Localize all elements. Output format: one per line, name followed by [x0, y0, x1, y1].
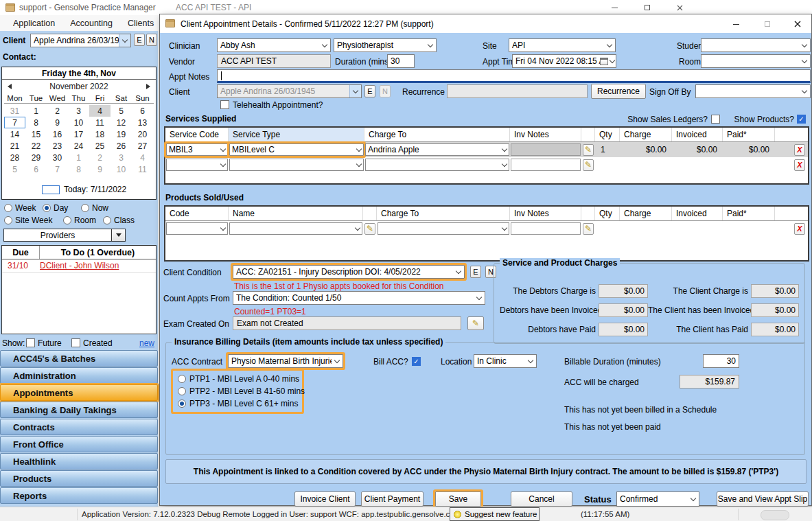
- student-combo[interactable]: [701, 38, 811, 52]
- calendar-date[interactable]: 25: [89, 140, 111, 152]
- calendar-date[interactable]: 3: [111, 152, 132, 163]
- mbi-option-ptp1[interactable]: PTP1 - MBI Level A 0-40 mins: [178, 374, 299, 384]
- calendar-date[interactable]: 3: [68, 105, 89, 117]
- calendar-date[interactable]: 24: [68, 140, 89, 152]
- edit-product-icon[interactable]: [364, 223, 375, 235]
- sidebar-nav-banking-daily-takings[interactable]: Banking & Daily Takings: [0, 402, 158, 418]
- calendar-date[interactable]: 29: [25, 152, 47, 163]
- billable-duration-input[interactable]: 30: [703, 354, 739, 368]
- calendar-date[interactable]: 10: [68, 117, 89, 128]
- count-appts-combo[interactable]: The Condition: Counted 1/50: [233, 291, 485, 305]
- invoice-client-button[interactable]: Invoice Client: [294, 491, 356, 507]
- view-option-day[interactable]: Day: [43, 203, 68, 213]
- view-option-now[interactable]: Now: [81, 203, 108, 213]
- calendar-today-label[interactable]: Today: 7/11/2022: [64, 185, 126, 194]
- future-checkbox[interactable]: [26, 338, 35, 347]
- sidebar-nav-appointments[interactable]: Appointments: [0, 384, 158, 401]
- calendar-date[interactable]: 7: [4, 117, 25, 128]
- view-option-class[interactable]: Class: [103, 216, 135, 225]
- bill-acc-checkbox[interactable]: [412, 357, 421, 366]
- calendar-date[interactable]: 11: [89, 117, 111, 128]
- calendar-date[interactable]: 22: [25, 140, 47, 152]
- menu-item-clients[interactable]: Clients: [120, 16, 161, 30]
- service-type-combo[interactable]: [229, 159, 364, 171]
- calendar-date[interactable]: 6: [132, 105, 153, 117]
- calendar-today-box[interactable]: [42, 185, 60, 194]
- sidebar-client-combo[interactable]: Apple Andrina 26/03/1945: [30, 34, 131, 47]
- calendar-date[interactable]: 23: [47, 140, 68, 152]
- delete-row-icon[interactable]: [794, 159, 805, 171]
- service-type-combo[interactable]: MBILevel C: [229, 143, 364, 156]
- cancel-button[interactable]: Cancel: [511, 491, 572, 507]
- minimize-icon[interactable]: [605, 1, 623, 14]
- acc-contract-combo[interactable]: Physio Maternal Birth Injuries: [228, 354, 343, 368]
- dialog-maximize-icon[interactable]: [758, 18, 776, 30]
- menu-item-application[interactable]: Application: [5, 16, 62, 30]
- calendar-prev-icon[interactable]: [8, 84, 12, 89]
- view-option-site-week[interactable]: Site Week: [4, 216, 52, 225]
- save-button[interactable]: Save: [435, 491, 481, 507]
- calendar-next-icon[interactable]: [146, 84, 150, 89]
- appt-time-picker[interactable]: Fri 04 Nov 2022 08:15 AM: [512, 54, 616, 68]
- new-link[interactable]: new: [139, 338, 154, 348]
- service-code-combo[interactable]: [166, 159, 228, 171]
- client-new-button[interactable]: N: [146, 34, 157, 46]
- calendar-date[interactable]: 9: [47, 117, 68, 128]
- exam-edit-button[interactable]: [467, 316, 484, 330]
- edit-notes-icon[interactable]: [583, 144, 594, 156]
- calendar-date[interactable]: 21: [4, 140, 25, 152]
- duration-input[interactable]: 30: [387, 54, 415, 68]
- appt-notes-input[interactable]: [217, 69, 811, 83]
- calendar-date[interactable]: 1: [25, 105, 47, 117]
- maximize-icon[interactable]: [638, 1, 656, 14]
- calendar-date[interactable]: 1: [68, 152, 89, 163]
- sidebar-nav-acc45-s-batches[interactable]: ACC45's & Batches: [0, 350, 158, 367]
- calendar-date[interactable]: 9: [89, 163, 111, 175]
- todo-link[interactable]: DClient - John Wilson: [40, 261, 119, 270]
- clinician-combo[interactable]: Abby Ash: [217, 38, 331, 52]
- suggest-feature-button[interactable]: Suggest new feature: [450, 507, 540, 521]
- sidebar-nav-healthlink[interactable]: Healthlink: [0, 453, 158, 470]
- edit-notes-icon[interactable]: [583, 159, 594, 171]
- edit-notes-icon[interactable]: [583, 223, 594, 235]
- sidebar-nav-products[interactable]: Products: [0, 470, 158, 487]
- calendar-date[interactable]: 26: [111, 140, 132, 152]
- calendar-date[interactable]: 28: [4, 152, 25, 163]
- view-option-room[interactable]: Room: [63, 216, 96, 225]
- recurrence-button[interactable]: Recurrence: [591, 84, 646, 99]
- calendar-date[interactable]: 14: [4, 128, 25, 140]
- calendar-date[interactable]: 2: [47, 105, 68, 117]
- site-combo[interactable]: API: [509, 38, 616, 52]
- dialog-client-edit-button[interactable]: E: [364, 85, 375, 97]
- service-charge-to-combo[interactable]: [365, 159, 509, 171]
- show-sales-ledgers-checkbox[interactable]: [711, 115, 720, 124]
- mbi-option-ptp2[interactable]: PTP2 - MBI Level B 41-60 mins: [178, 386, 305, 396]
- dialog-close-icon[interactable]: [789, 18, 807, 30]
- providers-select[interactable]: Providers: [3, 229, 112, 242]
- calendar-date[interactable]: 10: [111, 163, 132, 175]
- sidebar-nav-administration[interactable]: Administration: [0, 367, 158, 384]
- product-name-combo[interactable]: [229, 222, 362, 235]
- product-code-combo[interactable]: [166, 222, 228, 235]
- menu-item-accounting[interactable]: Accounting: [62, 16, 120, 30]
- calendar-date[interactable]: 19: [111, 128, 132, 140]
- todo-row[interactable]: 31/10DClient - John Wilson: [2, 259, 156, 273]
- status-combo[interactable]: Confirmed: [616, 491, 699, 507]
- calendar-date[interactable]: 4: [89, 105, 111, 117]
- location-combo[interactable]: In Clinic: [474, 354, 537, 368]
- calendar-date[interactable]: 13: [132, 117, 153, 128]
- delete-row-icon[interactable]: [794, 144, 805, 156]
- calendar-date[interactable]: 11: [132, 163, 153, 175]
- mbi-option-ptp3[interactable]: PTP3 - MBI Level C 61+ mins: [178, 399, 298, 408]
- calendar-date[interactable]: 18: [89, 128, 111, 140]
- calendar-date[interactable]: 16: [47, 128, 68, 140]
- telehealth-checkbox[interactable]: [220, 100, 229, 109]
- service-inv-notes-field[interactable]: [511, 159, 581, 171]
- delete-row-icon[interactable]: [794, 223, 805, 235]
- calendar-date[interactable]: 6: [25, 163, 47, 175]
- calendar-date[interactable]: 8: [68, 163, 89, 175]
- service-qty[interactable]: 1: [595, 142, 620, 157]
- service-code-combo[interactable]: MBIL3: [166, 143, 228, 156]
- client-edit-button[interactable]: E: [134, 34, 145, 46]
- calendar-date[interactable]: 17: [68, 128, 89, 140]
